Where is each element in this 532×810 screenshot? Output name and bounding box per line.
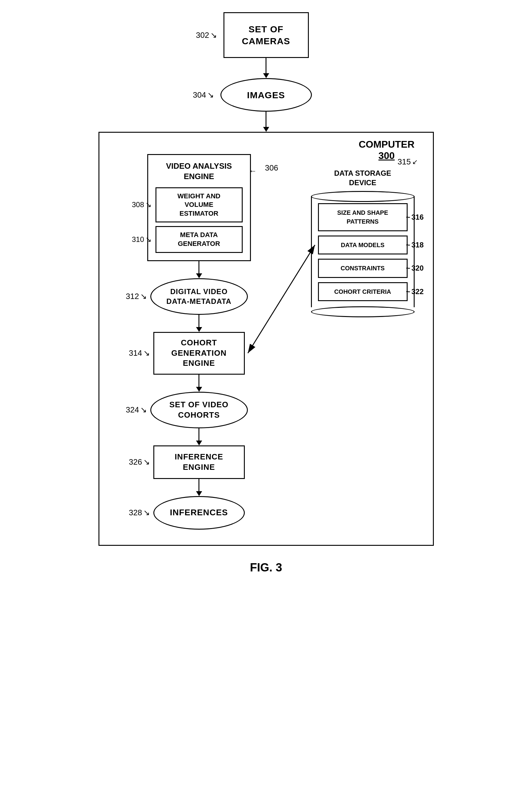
dsd-item-1-ref: ~318 <box>406 240 423 249</box>
cylinder-body: SIZE AND SHAPE PATTERNS ~316 DATA MODELS… <box>311 196 415 307</box>
arrowhead7 <box>196 491 202 496</box>
digital-video-node: DIGITAL VIDEO DATA-METADATA <box>150 278 248 315</box>
inference-ref: 326 ↘ <box>129 457 150 467</box>
set-to-inference-arrow <box>196 428 202 446</box>
vae-box: VIDEO ANALYSIS ENGINE 308 ↘ WEIGHT AND V… <box>147 154 251 261</box>
cameras-to-images-arrow <box>263 58 269 78</box>
cameras-label: SET OF CAMERAS <box>242 23 290 47</box>
computer-box: COMPUTER 300 VIDEO ANALYSIS ENGINE 308 <box>98 132 434 546</box>
cameras-ref: 302 ↘ <box>196 31 217 40</box>
vae-ref: 306 <box>265 163 278 173</box>
vae-to-dv-arrow <box>196 261 202 278</box>
set-cohorts-ref: 324 ↘ <box>126 405 147 415</box>
images-node: IMAGES <box>220 78 312 112</box>
dv-ref: 312 ↘ <box>126 292 147 301</box>
dv-to-cohort-arrow <box>196 315 202 332</box>
cylinder: SIZE AND SHAPE PATTERNS ~316 DATA MODELS… <box>311 191 415 317</box>
arrowhead4 <box>196 327 202 332</box>
diagram-wrapper: 302 ↘ SET OF CAMERAS 304 ↘ IMAGES <box>98 12 434 574</box>
right-column: 315 ↙ DATA STORAGE DEVICE SIZE AND SHAPE… <box>305 157 421 530</box>
dsd-label: DATA STORAGE DEVICE <box>334 168 391 187</box>
dsd-item-0: SIZE AND SHAPE PATTERNS ~316 <box>318 203 408 231</box>
images-wrapper: 304 ↘ IMAGES <box>220 78 312 112</box>
arrowhead5 <box>196 387 202 392</box>
vae-ref-arrow: ← <box>249 166 257 176</box>
vae-title: VIDEO ANALYSIS ENGINE <box>155 161 243 182</box>
digital-video-wrapper: 312 ↘ DIGITAL VIDEO DATA-METADATA <box>150 278 248 315</box>
meta-ref: 310 ↘ <box>132 234 151 244</box>
cohort-gen-to-set-arrow <box>196 375 202 392</box>
set-cohorts-wrapper: 324 ↘ SET OF VIDEO COHORTS <box>150 392 248 428</box>
dsd-item-3-ref: ~322 <box>406 287 423 296</box>
arrowhead6 <box>196 440 202 446</box>
inference-wrapper: 326 ↘ INFERENCE ENGINE <box>153 446 245 479</box>
dsd-item-1: DATA MODELS ~318 <box>318 236 408 255</box>
top-section: 302 ↘ SET OF CAMERAS 304 ↘ IMAGES <box>220 12 312 132</box>
set-cohorts-node: SET OF VIDEO COHORTS <box>150 392 248 428</box>
cameras-node: SET OF CAMERAS <box>223 12 309 58</box>
inferences-wrapper: 328 ↘ INFERENCES <box>153 496 245 530</box>
cameras-wrapper: 302 ↘ SET OF CAMERAS <box>223 12 309 58</box>
computer-inner: VIDEO ANALYSIS ENGINE 308 ↘ WEIGHT AND V… <box>112 151 421 530</box>
images-ref-arrow: ↘ <box>207 90 214 100</box>
weight-volume-node: 308 ↘ WEIGHT AND VOLUME ESTIMATOR <box>155 187 243 223</box>
images-to-computer-arrow <box>263 112 269 132</box>
images-ref: 304 ↘ <box>193 90 214 100</box>
meta-data-node: 310 ↘ META DATA GENERATOR <box>155 226 243 253</box>
dsd-item-3: COHORT CRITERIA ~322 <box>318 282 408 302</box>
cylinder-bottom <box>311 306 415 317</box>
arrowhead3 <box>196 273 202 278</box>
cameras-ref-arrow: ↘ <box>210 31 217 40</box>
left-column: VIDEO ANALYSIS ENGINE 308 ↘ WEIGHT AND V… <box>112 151 286 530</box>
weight-ref: 308 ↘ <box>132 200 151 210</box>
inferences-ref: 328 ↘ <box>129 508 150 517</box>
cohort-gen-node: COHORT GENERATION ENGINE <box>153 332 245 375</box>
figure-label: FIG. 3 <box>250 561 282 574</box>
inference-to-inferences-arrow <box>196 479 202 496</box>
images-label: IMAGES <box>247 89 285 101</box>
computer-label-text: COMPUTER <box>359 139 414 150</box>
dsd-ref-label: 315 ↙ <box>398 157 417 166</box>
dsd-item-0-ref: ~316 <box>406 212 423 222</box>
images-ref-num: 304 <box>193 90 206 100</box>
dsd-item-2-ref: ~320 <box>406 264 423 273</box>
arrowhead2 <box>263 127 269 132</box>
dsd-item-2: CONSTRAINTS ~320 <box>318 259 408 278</box>
cameras-ref-num: 302 <box>196 31 209 40</box>
arrowhead <box>263 73 269 78</box>
cohort-gen-wrapper: 314 ↘ COHORT GENERATION ENGINE <box>153 332 245 375</box>
cohort-gen-ref: 314 ↘ <box>129 349 150 358</box>
inference-node: INFERENCE ENGINE <box>153 446 245 479</box>
inferences-node: INFERENCES <box>153 496 245 530</box>
